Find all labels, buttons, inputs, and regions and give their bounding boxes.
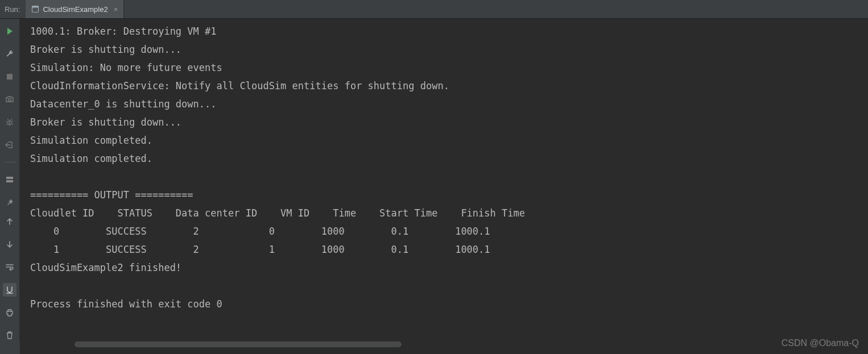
down-stack-button[interactable] xyxy=(3,238,16,251)
pin-icon xyxy=(5,198,14,207)
svg-rect-5 xyxy=(6,177,13,179)
arrow-down-icon xyxy=(6,240,14,248)
run-tool-gutter xyxy=(0,19,20,354)
edit-config-button[interactable] xyxy=(3,47,16,61)
up-stack-button[interactable] xyxy=(3,215,16,228)
arrow-up-icon xyxy=(6,218,14,226)
wrench-icon xyxy=(5,49,14,59)
exit-icon xyxy=(5,140,14,149)
stop-button[interactable] xyxy=(3,70,16,84)
watermark: CSDN @Obama-Q xyxy=(782,338,859,348)
svg-rect-6 xyxy=(6,180,13,182)
play-icon xyxy=(5,27,14,36)
layout-button[interactable] xyxy=(3,173,16,186)
camera-icon xyxy=(5,95,14,104)
dump-threads-button[interactable] xyxy=(3,93,16,106)
exit-button[interactable] xyxy=(3,138,16,152)
svg-rect-2 xyxy=(7,74,13,80)
run-label: Run: xyxy=(0,0,26,18)
run-tool-tabbar: Run: CloudSimExample2 × xyxy=(0,0,868,19)
separator xyxy=(4,162,15,163)
horizontal-scrollbar[interactable] xyxy=(75,341,402,347)
layout-icon xyxy=(5,175,14,184)
svg-rect-1 xyxy=(32,6,39,8)
run-tab-cloudsimexample2[interactable]: CloudSimExample2 × xyxy=(26,0,124,18)
attach-debugger-button[interactable] xyxy=(3,115,16,129)
close-icon[interactable]: × xyxy=(111,5,118,14)
rerun-button[interactable] xyxy=(3,24,16,38)
bug-icon xyxy=(5,118,14,127)
clear-all-button[interactable] xyxy=(3,328,16,342)
run-tab-title: CloudSimExample2 xyxy=(43,5,108,14)
scroll-to-end-icon xyxy=(5,285,14,294)
stop-icon xyxy=(6,73,14,81)
print-icon xyxy=(5,308,14,317)
svg-point-3 xyxy=(9,98,11,101)
application-icon xyxy=(31,5,39,13)
soft-wrap-icon xyxy=(5,263,14,272)
pin-button[interactable] xyxy=(3,195,16,209)
scroll-to-end-button[interactable] xyxy=(3,283,16,297)
console-output[interactable]: 1000.1: Broker: Destroying VM #1 Broker … xyxy=(20,19,868,354)
soft-wrap-button[interactable] xyxy=(3,260,16,274)
trash-icon xyxy=(5,331,14,340)
print-button[interactable] xyxy=(3,306,16,319)
